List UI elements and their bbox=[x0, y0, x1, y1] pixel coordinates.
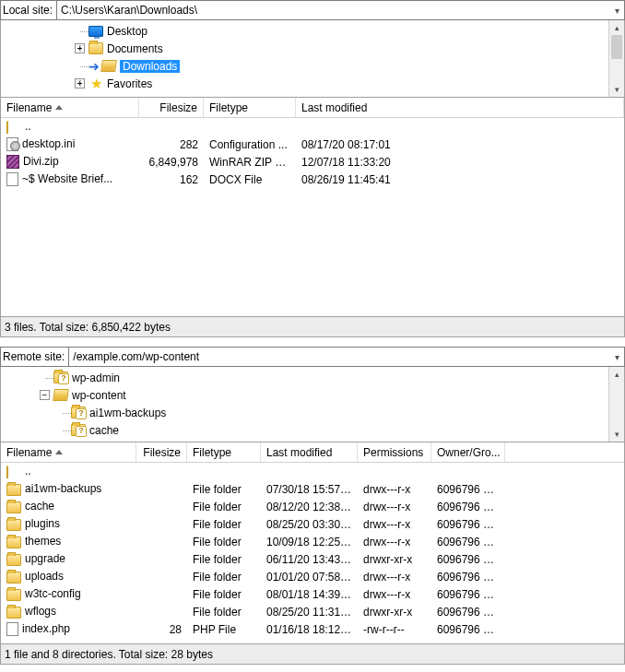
scroll-thumb[interactable] bbox=[611, 35, 622, 59]
scroll-down-icon[interactable]: ▾ bbox=[609, 427, 624, 442]
folder-icon bbox=[6, 501, 21, 513]
scrollbar[interactable]: ▴ ▾ bbox=[608, 367, 624, 442]
tree-item-wp-admin[interactable]: wp-admin bbox=[1, 369, 608, 386]
list-item[interactable]: wflogsFile folder08/25/20 11:31:...drwxr… bbox=[1, 603, 624, 620]
tree-label: Documents bbox=[107, 42, 163, 55]
col-filetype[interactable]: Filetype bbox=[204, 98, 296, 117]
tree-label: Desktop bbox=[107, 25, 147, 38]
list-item[interactable]: .. bbox=[1, 463, 624, 480]
remote-path-input[interactable] bbox=[69, 348, 609, 365]
list-item[interactable]: upgradeFile folder06/11/20 13:43:...drwx… bbox=[1, 550, 624, 568]
col-filename[interactable]: Filename bbox=[1, 442, 136, 462]
desktop-icon bbox=[88, 24, 103, 39]
local-path-bar: Local site: ▾ bbox=[0, 0, 625, 20]
folder-open-icon bbox=[53, 388, 68, 403]
scroll-up-icon[interactable]: ▴ bbox=[609, 367, 624, 382]
chevron-down-icon[interactable]: ▾ bbox=[609, 6, 624, 16]
remote-status-bar: 1 file and 8 directories. Total size: 28… bbox=[0, 644, 625, 665]
col-filetype[interactable]: Filetype bbox=[187, 442, 261, 462]
local-list-header: Filename Filesize Filetype Last modified bbox=[1, 98, 624, 118]
col-modified[interactable]: Last modified bbox=[261, 442, 358, 462]
tree-item-favorites[interactable]: + ★ Favorites bbox=[1, 75, 608, 92]
tree-item-ai1wm[interactable]: ai1wm-backups bbox=[1, 404, 608, 421]
col-filesize[interactable]: Filesize bbox=[136, 442, 187, 462]
list-item[interactable]: pluginsFile folder08/25/20 03:30:...drwx… bbox=[1, 515, 624, 533]
folder-icon bbox=[6, 607, 21, 619]
col-owner[interactable]: Owner/Gro... bbox=[431, 442, 505, 462]
list-item[interactable]: uploadsFile folder01/01/20 07:58:...drwx… bbox=[1, 568, 624, 585]
tree-item-downloads[interactable]: ➔ Downloads bbox=[1, 57, 608, 75]
tree-item-wp-content[interactable]: − wp-content bbox=[1, 386, 608, 404]
remote-label: Remote site: bbox=[1, 350, 68, 363]
scrollbar[interactable]: ▴ ▾ bbox=[608, 20, 624, 97]
folder-icon bbox=[6, 484, 21, 496]
folder-unknown-icon bbox=[71, 406, 86, 420]
ini-icon bbox=[6, 137, 18, 151]
folder-icon bbox=[6, 536, 21, 548]
up-icon bbox=[6, 466, 21, 478]
chevron-down-icon[interactable]: ▾ bbox=[609, 352, 624, 362]
remote-path-bar: Remote site: ▾ bbox=[0, 347, 625, 367]
tree-item-documents[interactable]: + Documents bbox=[1, 40, 608, 57]
col-modified[interactable]: Last modified bbox=[296, 98, 624, 117]
list-item[interactable]: ~$ Website Brief...162DOCX File08/26/19 … bbox=[1, 171, 624, 188]
list-item[interactable]: Divi.zip6,849,978WinRAR ZIP ar...12/07/1… bbox=[1, 153, 624, 171]
tree-label: ai1wm-backups bbox=[89, 407, 166, 419]
php-icon bbox=[6, 622, 18, 636]
arrow-right-icon: ➔ bbox=[88, 59, 100, 74]
remote-file-list: Filename Filesize Filetype Last modified… bbox=[0, 442, 625, 644]
folder-icon bbox=[6, 519, 21, 531]
list-item[interactable]: desktop.ini282Configuration ...08/17/20 … bbox=[1, 136, 624, 153]
folder-unknown-icon bbox=[53, 371, 68, 385]
folder-icon bbox=[6, 589, 21, 601]
tree-label: Downloads bbox=[120, 60, 180, 73]
tree-label: wp-content bbox=[72, 389, 126, 402]
list-item[interactable]: w3tc-configFile folder08/01/18 14:39:...… bbox=[1, 585, 624, 603]
folder-open-icon bbox=[101, 59, 116, 74]
folder-icon bbox=[6, 554, 21, 566]
tree-label: wp-admin bbox=[72, 371, 120, 384]
star-icon: ★ bbox=[88, 77, 103, 91]
col-filesize[interactable]: Filesize bbox=[139, 98, 204, 117]
list-item[interactable]: ai1wm-backupsFile folder07/30/18 15:57:.… bbox=[1, 480, 624, 498]
local-tree: Desktop + Documents ➔ Downloads + ★ Favo… bbox=[0, 20, 625, 98]
folder-unknown-icon bbox=[71, 423, 86, 438]
local-file-list: Filename Filesize Filetype Last modified… bbox=[0, 98, 625, 317]
local-status-bar: 3 files. Total size: 6,850,422 bytes bbox=[0, 317, 625, 337]
scroll-up-icon[interactable]: ▴ bbox=[609, 20, 624, 35]
status-text: 1 file and 8 directories. Total size: 28… bbox=[5, 648, 213, 661]
local-label: Local site: bbox=[1, 4, 56, 17]
docx-icon bbox=[6, 172, 18, 186]
list-item[interactable]: themesFile folder10/09/18 12:25:...drwx-… bbox=[1, 533, 624, 550]
col-filename[interactable]: Filename bbox=[1, 98, 139, 117]
tree-label: Favorites bbox=[107, 77, 152, 90]
tree-item-desktop[interactable]: Desktop bbox=[1, 22, 608, 40]
zip-icon bbox=[6, 155, 19, 169]
collapse-icon[interactable]: − bbox=[40, 390, 50, 400]
status-text: 3 files. Total size: 6,850,422 bytes bbox=[5, 321, 171, 334]
scroll-down-icon[interactable]: ▾ bbox=[609, 82, 624, 97]
list-item[interactable]: index.php28PHP File01/16/18 18:12:...-rw… bbox=[1, 620, 624, 638]
up-icon bbox=[6, 122, 21, 134]
folder-icon bbox=[88, 41, 103, 56]
folder-icon bbox=[6, 572, 21, 584]
tree-label: cache bbox=[89, 424, 119, 437]
tree-item-cache[interactable]: cache bbox=[1, 421, 608, 439]
remote-list-header: Filename Filesize Filetype Last modified… bbox=[1, 442, 624, 463]
col-permissions[interactable]: Permissions bbox=[358, 442, 431, 462]
local-path-input-wrap[interactable]: ▾ bbox=[56, 1, 624, 19]
local-path-input[interactable] bbox=[57, 2, 609, 18]
remote-tree: wp-admin − wp-content ai1wm-backups cach… bbox=[0, 367, 625, 442]
list-item[interactable]: cacheFile folder08/12/20 12:38:...drwx--… bbox=[1, 498, 624, 515]
remote-path-input-wrap[interactable]: ▾ bbox=[68, 348, 624, 366]
list-item[interactable]: .. bbox=[1, 118, 624, 136]
